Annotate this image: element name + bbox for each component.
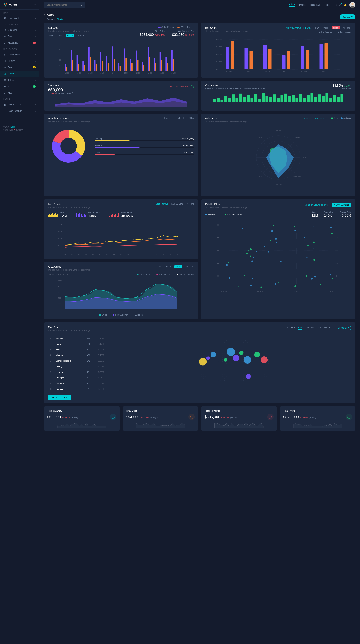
map-tabs-country[interactable]: Country bbox=[288, 326, 295, 330]
svg-point-665 bbox=[258, 374, 258, 374]
area-range-month[interactable]: Month bbox=[174, 265, 182, 268]
total-card-total-cost: Total Cost $54,000Rel 16.45%(30 days) ◯ bbox=[122, 406, 198, 430]
svg-point-398 bbox=[195, 355, 196, 356]
sidebar-item-calendar[interactable]: ▢Calendar› bbox=[0, 27, 39, 33]
city-row[interactable]: 4Moscow4323.15% bbox=[48, 352, 112, 358]
svg-text:200: 200 bbox=[58, 303, 61, 305]
svg-point-677 bbox=[220, 376, 220, 376]
bar2-range-week[interactable]: Week bbox=[322, 26, 330, 30]
sidebar-item-page-settings[interactable]: ✂Page Settings› bbox=[0, 108, 39, 114]
map-tabs-subcontinent[interactable]: Subcontinent bbox=[318, 326, 330, 330]
add-new-series[interactable]: + Add New bbox=[134, 314, 143, 316]
area-range-all-time[interactable]: All Time bbox=[184, 265, 194, 268]
breadcrumb-parent[interactable]: UI Elements bbox=[44, 18, 55, 20]
sidebar-item-email[interactable]: ✉Email› bbox=[0, 33, 39, 40]
city-row[interactable]: 9Chickago900.85% bbox=[48, 381, 112, 386]
sidebar-item-authentication[interactable]: ◧Authentication› bbox=[0, 102, 39, 108]
top-nav-tools[interactable]: Tools bbox=[324, 4, 330, 6]
svg-point-669 bbox=[272, 374, 273, 374]
line-tabs-all-time[interactable]: All Time bbox=[187, 203, 194, 206]
svg-rect-92 bbox=[251, 98, 254, 102]
sidebar-item-components[interactable]: ⊞Components› bbox=[0, 52, 39, 58]
top-nav-pages[interactable]: Pages bbox=[299, 4, 306, 6]
bar2-range-all-time[interactable]: All Time bbox=[342, 26, 352, 30]
sidebar-item-charts[interactable]: ◫Charts› bbox=[0, 70, 39, 77]
top-nav-action[interactable]: Action bbox=[288, 3, 295, 7]
area-range-day[interactable]: Day bbox=[156, 265, 163, 268]
svg-text:400: 400 bbox=[216, 237, 220, 239]
svg-point-702 bbox=[244, 378, 244, 379]
sidebar-item-icon[interactable]: ◆Icon7 bbox=[0, 83, 39, 90]
svg-point-485 bbox=[191, 362, 191, 362]
bar1-range-day[interactable]: Day bbox=[48, 34, 54, 37]
avatar[interactable] bbox=[350, 2, 356, 8]
new-segment-button[interactable]: NEW SEGMENT bbox=[332, 203, 352, 207]
bar1-range-week[interactable]: Week bbox=[56, 34, 64, 37]
sidebar-item-tables[interactable]: ▦Tables› bbox=[0, 77, 39, 83]
bar1-range-all-time[interactable]: All Time bbox=[76, 34, 86, 37]
svg-point-338 bbox=[264, 349, 265, 349]
bar2-range-day[interactable]: Day bbox=[314, 26, 320, 30]
svg-point-274 bbox=[248, 342, 248, 343]
svg-point-662 bbox=[239, 374, 240, 374]
sidebar-item-dashboard[interactable]: ◧Dashboard› bbox=[0, 15, 39, 22]
sidebar-item-messages[interactable]: ⊙Messages5 bbox=[0, 40, 39, 46]
svg-rect-95 bbox=[262, 93, 265, 102]
svg-text:31: 31 bbox=[141, 254, 143, 256]
svg-point-258 bbox=[233, 340, 233, 341]
theme-icon[interactable]: ◐ bbox=[339, 4, 341, 6]
sidebar-item-map[interactable]: ⊙Map› bbox=[0, 90, 39, 96]
city-row[interactable]: 7London7841.09% bbox=[48, 370, 112, 375]
see-all-cities-button[interactable]: SEE ALL CITIES bbox=[48, 395, 71, 400]
svg-point-495 bbox=[224, 362, 225, 362]
notification-icon[interactable]: 🔔 bbox=[344, 4, 347, 6]
bar1-range-tabs: DayWeekMonthAll Time bbox=[48, 34, 90, 37]
line-tabs-last-30-days[interactable]: Last 30 Days bbox=[156, 203, 168, 206]
map-tabs-city[interactable]: City bbox=[298, 326, 302, 330]
svg-rect-70 bbox=[264, 45, 267, 70]
city-row[interactable]: 8Shanghai1571.01% bbox=[48, 375, 112, 380]
svg-point-330 bbox=[239, 349, 240, 349]
svg-point-318 bbox=[193, 349, 193, 349]
city-row[interactable]: 6Beijing5671.43% bbox=[48, 364, 112, 369]
fullscreen-icon[interactable]: ⛶ bbox=[334, 4, 336, 6]
logo[interactable]: Vurox ≡ bbox=[0, 0, 39, 10]
city-row[interactable]: 2Seoul5685.17% bbox=[48, 341, 112, 346]
sidebar-item-plugins[interactable]: ◫Plugins› bbox=[0, 58, 39, 64]
svg-point-496 bbox=[226, 362, 227, 362]
svg-point-593 bbox=[262, 368, 262, 368]
search-input[interactable] bbox=[46, 4, 80, 6]
svg-point-630 bbox=[218, 372, 218, 372]
line-tabs-last-90-days[interactable]: Last 90 Days bbox=[172, 203, 184, 206]
city-row[interactable]: 10Bengaluru540.56% bbox=[48, 386, 112, 392]
area-range-week[interactable]: Week bbox=[164, 265, 172, 268]
svg-point-299 bbox=[264, 344, 265, 345]
city-row[interactable]: 3Kiev8974.09% bbox=[48, 347, 112, 352]
sidebar-toggle-icon[interactable]: ≡ bbox=[34, 3, 36, 6]
city-row[interactable]: 1Not Set7195.20% bbox=[48, 336, 112, 341]
search-box[interactable]: ⌕ bbox=[44, 2, 85, 8]
svg-rect-85 bbox=[224, 96, 227, 102]
total-card-total-quantity: Total Quantity 650,000Rel 2.00%(30 days)… bbox=[44, 406, 120, 430]
settings-button[interactable]: Settings ⚙ bbox=[340, 14, 356, 19]
map-tabs-continent[interactable]: Continent bbox=[306, 326, 314, 330]
svg-rect-37 bbox=[137, 60, 138, 70]
city-row[interactable]: 5Saint Petersburg3422.98% bbox=[48, 358, 112, 364]
svg-text:2000: 2000 bbox=[58, 223, 62, 225]
svg-point-574 bbox=[204, 368, 204, 368]
bar1-range-month[interactable]: Month bbox=[66, 34, 74, 37]
svg-point-172 bbox=[156, 238, 157, 238]
svg-point-166 bbox=[114, 241, 114, 242]
svg-point-688 bbox=[258, 376, 258, 376]
svg-point-624 bbox=[202, 372, 202, 372]
svg-point-269 bbox=[220, 342, 220, 343]
svg-point-467 bbox=[230, 359, 231, 360]
svg-point-580 bbox=[220, 368, 220, 368]
svg-point-510 bbox=[279, 362, 280, 362]
svg-point-210 bbox=[246, 253, 248, 254]
bar2-range-month[interactable]: Month bbox=[332, 26, 340, 30]
svg-text:MUSIC: MUSIC bbox=[257, 137, 262, 139]
map-range-button[interactable]: Last 30 Days ˅ bbox=[334, 326, 352, 330]
top-nav-roadmap[interactable]: Roadmap bbox=[310, 4, 320, 6]
sidebar-item-form[interactable]: ▤Form8 bbox=[0, 64, 39, 70]
